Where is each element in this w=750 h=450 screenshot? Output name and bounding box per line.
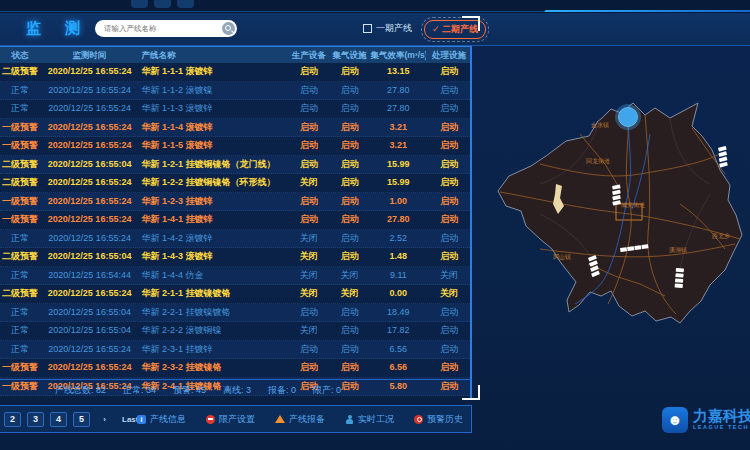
production-equipment-cell: 关闭	[289, 248, 329, 266]
district-map[interactable]: 金水镇回龙街道城关街道西北乡冈山镇溪湖镇	[480, 14, 750, 450]
line-name-cell: 华新 2-2-2 滚镀铜镍	[139, 322, 288, 340]
next-page-button[interactable]: ›	[96, 412, 113, 427]
summary-item: 离线: 3	[223, 384, 251, 397]
table-row[interactable]: 正常 2020/12/25 16:55:04 华新 2-2-1 挂镀镍镀铬 启动…	[0, 304, 472, 323]
table-row[interactable]: 一级预警 2020/12/25 16:55:24 华新 1-2-3 挂镀锌 启动…	[0, 193, 472, 212]
table-row[interactable]: 一级预警 2020/12/25 16:55:24 华新 1-4-1 挂镀锌 启动…	[0, 211, 472, 230]
line-name-cell: 华新 1-1-4 滚镀锌	[139, 119, 288, 137]
status-cell: 一级预警	[0, 119, 40, 137]
time-cell: 2020/12/25 16:55:24	[40, 100, 140, 118]
column-header: 生产设备	[289, 47, 329, 63]
treatment-facility-cell: 启动	[426, 304, 472, 322]
treatment-facility-cell: 启动	[426, 119, 472, 137]
action-limit-button[interactable]: 限产设置	[206, 413, 255, 426]
table-row[interactable]: 二级预警 2020/12/25 16:55:24 华新 2-1-1 挂镀镍镀铬 …	[0, 285, 472, 304]
time-cell: 2020/12/25 16:55:24	[40, 285, 140, 303]
production-equipment-cell: 启动	[289, 359, 329, 377]
production-equipment-cell: 关闭	[289, 267, 329, 285]
time-cell: 2020/12/25 16:55:24	[40, 174, 140, 192]
table-row[interactable]: 二级预警 2020/12/25 16:55:24 华新 1-2-2 挂镀铜镍铬（…	[0, 174, 472, 193]
table-row[interactable]: 二级预警 2020/12/25 16:55:24 华新 1-1-1 滚镀锌 启动…	[0, 63, 472, 82]
summary-item: 限产: 0	[313, 384, 341, 397]
production-equipment-cell: 启动	[289, 341, 329, 359]
treatment-facility-cell: 启动	[426, 341, 472, 359]
time-cell: 2020/12/25 16:55:04	[40, 322, 140, 340]
table-row[interactable]: 一级预警 2020/12/25 16:55:24 华新 1-1-4 滚镀锌 启动…	[0, 119, 472, 138]
search-input[interactable]	[95, 23, 216, 34]
table-row[interactable]: 正常 2020/12/25 16:55:24 华新 2-3-1 挂镀锌 启动 启…	[0, 341, 472, 360]
action-realtime-button[interactable]: 实时工况	[345, 413, 394, 426]
efficiency-cell: 18.49	[370, 304, 426, 322]
divider-accent	[544, 10, 750, 12]
treatment-facility-cell: 启动	[426, 174, 472, 192]
production-equipment-cell: 启动	[289, 119, 329, 137]
efficiency-cell: 27.80	[370, 100, 426, 118]
search-icon[interactable]	[222, 22, 235, 35]
top-notch	[177, 0, 194, 8]
panel-border	[470, 46, 472, 398]
top-notch	[131, 0, 148, 8]
efficiency-cell: 13.15	[370, 63, 426, 81]
column-header: 处理设施	[426, 47, 472, 63]
status-cell: 二级预警	[0, 248, 40, 266]
table-row[interactable]: 一级预警 2020/12/25 16:55:24 华新 1-1-5 滚镀锌 启动…	[0, 137, 472, 156]
production-equipment-cell: 启动	[289, 100, 329, 118]
phase1-checkbox[interactable]: 一期产线	[363, 22, 412, 35]
table-row[interactable]: 正常 2020/12/25 16:55:04 华新 2-2-2 滚镀铜镍 关闭 …	[0, 322, 472, 341]
treatment-facility-cell: 启动	[426, 100, 472, 118]
production-equipment-cell: 启动	[289, 156, 329, 174]
status-cell: 一级预警	[0, 137, 40, 155]
page-button[interactable]: 3	[27, 412, 44, 427]
time-cell: 2020/12/25 16:55:24	[40, 359, 140, 377]
status-cell: 二级预警	[0, 285, 40, 303]
status-cell: 正常	[0, 322, 40, 340]
line-name-cell: 华新 1-4-3 滚镀锌	[139, 248, 288, 266]
line-name-cell: 华新 1-1-5 滚镀锌	[139, 137, 288, 155]
time-cell: 2020/12/25 16:54:44	[40, 267, 140, 285]
logo-icon: ☻	[662, 407, 688, 433]
page-button[interactable]: 2	[4, 412, 21, 427]
table-row[interactable]: 二级预警 2020/12/25 16:55:04 华新 1-2-1 挂镀铜镍铬（…	[0, 156, 472, 175]
corner-bracket	[462, 16, 480, 31]
logo-name: 力嘉科技	[693, 407, 750, 424]
gas-facility-cell: 启动	[329, 211, 371, 229]
efficiency-cell: 1.00	[370, 193, 426, 211]
action-label: 实时工况	[358, 413, 394, 426]
logo-subtitle: LEAGUE TECH	[693, 424, 750, 430]
table-row[interactable]: 正常 2020/12/25 16:55:24 华新 1-1-2 滚镀镍 启动 启…	[0, 82, 472, 101]
place-label: 西北乡	[712, 232, 730, 240]
summary-item: 正常: 34	[123, 384, 156, 397]
action-report-button[interactable]: 产线报备	[275, 413, 325, 426]
gas-facility-cell: 启动	[329, 174, 371, 192]
gas-facility-cell: 启动	[329, 322, 371, 340]
place-label: 冈山镇	[553, 254, 571, 261]
line-name-cell: 华新 1-1-1 滚镀锌	[139, 63, 288, 81]
production-equipment-cell: 关闭	[289, 230, 329, 248]
alert-marker[interactable]	[619, 108, 638, 127]
line-name-cell: 华新 1-4-2 滚镀锌	[139, 230, 288, 248]
page-button[interactable]: 4	[50, 412, 67, 427]
gas-facility-cell: 启动	[329, 63, 371, 81]
table-row[interactable]: 正常 2020/12/25 16:55:24 华新 1-4-2 滚镀锌 关闭 启…	[0, 230, 472, 249]
table-row[interactable]: 一级预警 2020/12/25 16:55:24 华新 2-3-2 挂镀镍铬 启…	[0, 359, 472, 378]
status-cell: 一级预警	[0, 211, 40, 229]
production-equipment-cell: 启动	[289, 304, 329, 322]
time-cell: 2020/12/25 16:55:24	[40, 211, 140, 229]
status-cell: 正常	[0, 304, 40, 322]
gas-facility-cell: 启动	[329, 119, 371, 137]
table-row[interactable]: 正常 2020/12/25 16:55:24 华新 1-1-3 滚镀锌 启动 启…	[0, 100, 472, 119]
page-button[interactable]: 5	[73, 412, 90, 427]
action-info-button[interactable]: i产线信息	[137, 413, 186, 426]
status-cell: 二级预警	[0, 63, 40, 81]
gas-facility-cell: 启动	[329, 100, 371, 118]
table-row[interactable]: 正常 2020/12/25 16:54:44 华新 1-4-4 仿金 关闭 关闭…	[0, 267, 472, 286]
time-cell: 2020/12/25 16:55:04	[40, 156, 140, 174]
efficiency-cell: 9.11	[370, 267, 426, 285]
realtime-icon	[345, 415, 354, 424]
table-row[interactable]: 二级预警 2020/12/25 16:55:04 华新 1-4-3 滚镀锌 关闭…	[0, 248, 472, 267]
gas-facility-cell: 启动	[329, 248, 371, 266]
column-header: 集气设施	[329, 47, 371, 63]
status-cell: 一级预警	[0, 193, 40, 211]
summary-item: 产线总数: 82	[55, 384, 106, 397]
action-history-button[interactable]: 预警历史	[414, 413, 463, 426]
